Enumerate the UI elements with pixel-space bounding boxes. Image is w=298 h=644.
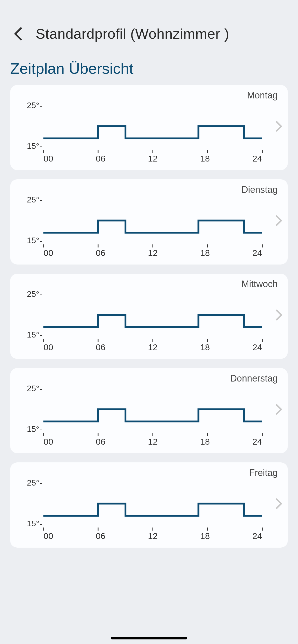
chart: 25° 15° 00 06 12 18 24	[18, 94, 280, 165]
y-tick-label: 15°	[27, 236, 39, 245]
x-tick-label: 00	[41, 531, 56, 541]
plot-area: 00 06 12 18 24	[41, 188, 280, 259]
day-card[interactable]: Donnerstag 25° 15° 00 06 12 18	[10, 368, 288, 453]
x-tick-label: 00	[41, 342, 56, 352]
x-tick-label: 00	[41, 437, 56, 447]
y-tick-label: 25°	[27, 478, 39, 488]
chart: 25° 15° 00 06 12 18 24	[18, 282, 280, 354]
day-label: Montag	[247, 90, 278, 101]
chart: 25° 15° 00 06 12 18 24	[18, 471, 280, 543]
chevron-right-icon	[276, 215, 283, 229]
y-tick-label: 15°	[27, 141, 39, 151]
x-tick-label: 12	[145, 342, 160, 352]
x-tick-label: 24	[250, 437, 265, 447]
x-tick-label: 24	[250, 248, 265, 258]
x-axis: 00 06 12 18 24	[41, 437, 265, 448]
day-label: Freitag	[249, 467, 278, 478]
x-tick-label: 00	[41, 154, 56, 164]
x-axis: 00 06 12 18 24	[41, 531, 265, 543]
day-label: Dienstag	[241, 184, 278, 195]
y-tick-label: 25°	[27, 101, 39, 110]
day-card[interactable]: Freitag 25° 15° 00 06 12 18	[10, 462, 288, 548]
x-tick-label: 18	[197, 342, 213, 352]
day-card[interactable]: Mittwoch 25° 15° 00 06 12 18	[10, 274, 288, 359]
chevron-left-icon	[13, 27, 22, 40]
y-tick-label: 25°	[27, 384, 39, 393]
x-tick-label: 06	[93, 342, 108, 352]
header: Standardprofil (Wohnzimmer )	[0, 0, 298, 50]
plot-area: 00 06 12 18 24	[41, 282, 280, 354]
y-axis: 25° 15°	[18, 94, 41, 165]
back-button[interactable]	[10, 26, 25, 41]
x-tick-label: 18	[197, 437, 213, 447]
y-tick-label: 25°	[27, 195, 39, 204]
day-label: Mittwoch	[241, 279, 278, 289]
day-card[interactable]: Montag 25° 15° 00 06 12 18	[10, 85, 288, 170]
y-axis: 25° 15°	[18, 282, 41, 354]
x-tick-label: 18	[197, 531, 213, 541]
y-axis: 25° 15°	[18, 188, 41, 259]
plot-area: 00 06 12 18 24	[41, 471, 280, 543]
x-tick-label: 24	[250, 154, 265, 164]
x-tick-label: 06	[93, 248, 108, 258]
y-axis: 25° 15°	[18, 377, 41, 448]
x-axis: 00 06 12 18 24	[41, 342, 265, 354]
x-axis: 00 06 12 18 24	[41, 154, 265, 165]
x-tick-label: 12	[145, 154, 160, 164]
y-tick-label: 15°	[27, 425, 39, 434]
chevron-right-icon	[276, 404, 283, 418]
plot-area: 00 06 12 18 24	[41, 377, 280, 448]
day-label: Donnerstag	[230, 373, 278, 384]
x-axis: 00 06 12 18 24	[41, 248, 265, 259]
x-tick-label: 00	[41, 248, 56, 258]
x-tick-label: 12	[145, 531, 160, 541]
home-indicator	[111, 637, 187, 639]
section-title: Zeitplan Übersicht	[0, 50, 298, 85]
x-tick-label: 06	[93, 437, 108, 447]
chevron-right-icon	[276, 309, 283, 323]
x-tick-label: 12	[145, 248, 160, 258]
plot-area: 00 06 12 18 24	[41, 94, 280, 165]
chart: 25° 15° 00 06 12 18 24	[18, 188, 280, 259]
x-tick-label: 12	[145, 437, 160, 447]
schedule-cards: Montag 25° 15° 00 06 12 18	[0, 85, 298, 548]
y-axis: 25° 15°	[18, 471, 41, 543]
x-tick-label: 18	[197, 248, 213, 258]
y-tick-label: 25°	[27, 289, 39, 299]
x-tick-label: 06	[93, 531, 108, 541]
x-tick-label: 06	[93, 154, 108, 164]
day-card[interactable]: Dienstag 25° 15° 00 06 12 18	[10, 179, 288, 265]
y-tick-label: 15°	[27, 330, 39, 340]
chevron-right-icon	[276, 498, 283, 512]
x-tick-label: 24	[250, 342, 265, 352]
chevron-right-icon	[276, 121, 283, 135]
chart: 25° 15° 00 06 12 18 24	[18, 377, 280, 448]
x-tick-label: 18	[197, 154, 213, 164]
page-title: Standardprofil (Wohnzimmer )	[36, 25, 229, 42]
x-tick-label: 24	[250, 531, 265, 541]
y-tick-label: 15°	[27, 519, 39, 528]
